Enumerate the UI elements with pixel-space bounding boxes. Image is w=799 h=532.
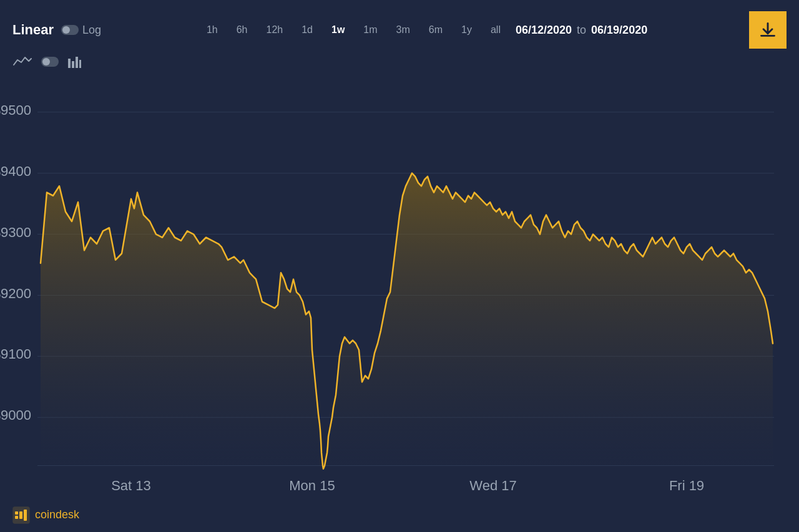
date-range: 06/12/2020 to 06/19/2020 xyxy=(516,24,647,37)
coindesk-brand-text: coindesk xyxy=(35,508,79,521)
svg-text:Mon 15: Mon 15 xyxy=(289,477,335,493)
svg-text:$9300: $9300 xyxy=(0,224,31,239)
coindesk-icon xyxy=(12,506,30,524)
download-icon xyxy=(759,21,777,39)
time-btn-1w[interactable]: 1w xyxy=(328,22,348,38)
time-btn-3m[interactable]: 3m xyxy=(393,22,414,38)
log-toggle[interactable] xyxy=(61,25,79,35)
chart-area: $9500 $9400 $9300 $9200 $9100 $9000 Sat … xyxy=(0,74,799,498)
date-to: 06/19/2020 xyxy=(591,24,647,37)
time-btn-6m[interactable]: 6m xyxy=(425,22,446,38)
svg-rect-1 xyxy=(72,61,74,68)
time-btn-all[interactable]: all xyxy=(487,22,504,38)
svg-rect-0 xyxy=(68,59,71,68)
time-btn-1d[interactable]: 1d xyxy=(298,22,316,38)
top-bar: Linear Log 1h 6h 12h 1d 1w 1m 3m 6m 1y a… xyxy=(0,0,799,55)
log-toggle-group: Log xyxy=(61,24,101,37)
chart-type-controls xyxy=(0,55,799,74)
svg-text:Sat 13: Sat 13 xyxy=(111,477,151,493)
log-label[interactable]: Log xyxy=(82,24,101,37)
svg-text:Fri 19: Fri 19 xyxy=(669,477,704,493)
date-from: 06/12/2020 xyxy=(516,24,572,37)
scale-linear-label[interactable]: Linear xyxy=(12,22,54,38)
bar-chart-icon[interactable] xyxy=(67,55,81,69)
left-controls: Linear Log xyxy=(12,22,101,38)
time-controls: 1h 6h 12h 1d 1w 1m 3m 6m 1y all 06/12/20… xyxy=(203,22,647,38)
svg-rect-2 xyxy=(76,57,78,68)
svg-rect-25 xyxy=(24,510,27,521)
svg-rect-3 xyxy=(79,60,81,68)
svg-text:$9500: $9500 xyxy=(0,102,31,118)
price-chart-svg: $9500 $9400 $9300 $9200 $9100 $9000 Sat … xyxy=(0,74,799,498)
svg-text:$9100: $9100 xyxy=(0,346,31,362)
svg-rect-24 xyxy=(19,511,22,519)
coindesk-logo: coindesk xyxy=(12,506,79,524)
time-btn-12h[interactable]: 12h xyxy=(263,22,287,38)
svg-rect-22 xyxy=(15,511,18,515)
chart-container: Linear Log 1h 6h 12h 1d 1w 1m 3m 6m 1y a… xyxy=(0,0,799,532)
svg-text:$9400: $9400 xyxy=(0,163,31,179)
chart-type-toggle[interactable] xyxy=(41,57,59,67)
svg-text:Wed 17: Wed 17 xyxy=(469,477,516,493)
time-btn-6h[interactable]: 6h xyxy=(233,22,252,38)
line-chart-icon[interactable] xyxy=(12,55,32,69)
time-btn-1y[interactable]: 1y xyxy=(458,22,476,38)
svg-text:$9200: $9200 xyxy=(0,285,31,301)
date-separator: to xyxy=(577,24,586,37)
svg-text:$9000: $9000 xyxy=(0,407,31,423)
download-button[interactable] xyxy=(749,11,787,49)
time-btn-1m[interactable]: 1m xyxy=(360,22,381,38)
svg-rect-23 xyxy=(15,516,18,519)
time-btn-1h[interactable]: 1h xyxy=(203,22,222,38)
bottom-bar: coindesk xyxy=(0,498,799,532)
